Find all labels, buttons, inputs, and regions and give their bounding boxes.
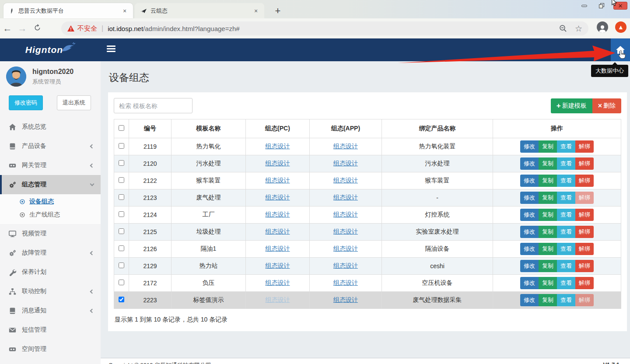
url-text[interactable]: iot.idosp.net/admin/index.html?language=… <box>108 25 555 32</box>
row-checkbox[interactable] <box>119 177 124 183</box>
address-bar[interactable]: 不安全 | iot.idosp.net/admin/index.html?lan… <box>61 21 588 35</box>
copy-button[interactable]: 复制 <box>539 226 557 238</box>
app-config-link[interactable]: 组态设计 <box>333 245 358 252</box>
copy-button[interactable]: 复制 <box>539 277 557 289</box>
unbind-button[interactable]: 解绑 <box>575 140 594 153</box>
refresh-button[interactable] <box>30 23 45 34</box>
zoom-out-icon[interactable] <box>559 24 567 32</box>
view-button[interactable]: 查看 <box>557 294 575 306</box>
tab2-close-icon[interactable]: × <box>252 7 260 15</box>
row-checkbox[interactable] <box>119 194 124 200</box>
tab1-close-icon[interactable]: × <box>121 7 129 15</box>
search-input[interactable] <box>114 98 192 113</box>
unbind-button[interactable]: 解绑 <box>575 243 594 255</box>
view-button[interactable]: 查看 <box>557 158 575 170</box>
app-config-link[interactable]: 组态设计 <box>333 194 358 201</box>
browser-tab-active[interactable]: 思普云大数据平台 × <box>4 3 133 18</box>
copy-button[interactable]: 复制 <box>539 243 557 255</box>
unbind-button[interactable]: 解绑 <box>575 260 594 272</box>
new-tab-button[interactable]: + <box>272 5 284 17</box>
pc-config-link[interactable]: 组态设计 <box>266 194 290 201</box>
edit-button[interactable]: 修改 <box>520 277 539 289</box>
view-button[interactable]: 查看 <box>557 175 575 187</box>
app-config-link[interactable]: 组态设计 <box>333 296 358 303</box>
view-button[interactable]: 查看 <box>557 192 575 204</box>
not-secure-label[interactable]: 不安全 <box>77 24 97 33</box>
sidebar-item-maintenance[interactable]: 保养计划 <box>0 262 101 282</box>
pc-config-link[interactable]: 组态设计 <box>266 143 290 150</box>
view-button[interactable]: 查看 <box>557 243 575 255</box>
pc-config-link[interactable]: 组态设计 <box>266 228 290 235</box>
sidebar-item-product-device[interactable]: 产品设备 <box>0 136 101 156</box>
sidebar-item-device-config[interactable]: 设备组态 <box>0 195 101 208</box>
forward-button[interactable]: → <box>15 23 30 34</box>
change-password-button[interactable]: 修改密码 <box>9 95 43 110</box>
browser-update-icon[interactable]: ▲ <box>615 21 626 33</box>
row-checkbox[interactable] <box>119 211 124 217</box>
sidebar-item-space[interactable]: 空间管理 <box>0 340 101 359</box>
unbind-button[interactable]: 解绑 <box>575 158 594 170</box>
edit-button[interactable]: 修改 <box>520 140 539 153</box>
edit-button[interactable]: 修改 <box>520 158 539 170</box>
copy-button[interactable]: 复制 <box>539 294 557 306</box>
edit-button[interactable]: 修改 <box>520 175 539 187</box>
sidebar-item-gateway[interactable]: 网关管理 <box>0 156 101 175</box>
new-template-button[interactable]: +新建模板 <box>551 98 592 113</box>
view-button[interactable]: 查看 <box>557 226 575 238</box>
app-config-link[interactable]: 组态设计 <box>333 143 358 150</box>
pc-config-link[interactable]: 组态设计 <box>266 279 290 286</box>
pc-config-link[interactable]: 组态设计 <box>266 245 290 252</box>
browser-profile-icon[interactable] <box>597 21 608 33</box>
edit-button[interactable]: 修改 <box>520 209 539 221</box>
copy-button[interactable]: 复制 <box>539 158 557 170</box>
minimize-button[interactable] <box>578 2 590 10</box>
sidebar-item-notification[interactable]: 消息通知 <box>0 301 101 320</box>
unbind-button[interactable]: 解绑 <box>575 277 594 289</box>
bookmark-star-icon[interactable]: ☆ <box>575 24 582 34</box>
row-checkbox[interactable] <box>119 262 124 268</box>
app-config-link[interactable]: 组态设计 <box>333 177 358 184</box>
view-button[interactable]: 查看 <box>557 209 575 221</box>
pc-config-link[interactable]: 组态设计 <box>266 160 290 167</box>
browser-tab-inactive[interactable]: 云组态 × <box>135 3 264 18</box>
sidebar-item-fault[interactable]: 故障管理 <box>0 243 101 262</box>
unbind-button[interactable]: 解绑 <box>575 209 594 221</box>
row-checkbox[interactable] <box>119 160 124 166</box>
view-button[interactable]: 查看 <box>557 277 575 289</box>
sidebar-item-video[interactable]: 视频管理 <box>0 224 101 243</box>
select-all-checkbox[interactable] <box>119 125 124 131</box>
hamburger-menu-icon[interactable] <box>107 46 116 53</box>
restore-button[interactable] <box>596 2 607 10</box>
sidebar-item-sms[interactable]: 短信管理 <box>0 320 101 340</box>
copy-button[interactable]: 复制 <box>539 192 557 204</box>
logout-button[interactable]: 退出系统 <box>57 95 91 110</box>
app-config-link[interactable]: 组态设计 <box>333 262 358 269</box>
copy-button[interactable]: 复制 <box>539 209 557 221</box>
row-checkbox[interactable] <box>119 228 124 234</box>
user-avatar[interactable] <box>6 66 26 87</box>
app-config-link[interactable]: 组态设计 <box>333 211 358 218</box>
sidebar-item-linkage[interactable]: 联动控制 <box>0 282 101 301</box>
sidebar-item-configuration[interactable]: 组态管理 <box>0 175 101 194</box>
pc-config-link[interactable]: 组态设计 <box>266 211 290 218</box>
edit-button[interactable]: 修改 <box>520 226 539 238</box>
pc-config-link-visited[interactable]: 组态设计 <box>266 296 290 303</box>
sidebar-item-system-overview[interactable]: 系统总览 <box>0 117 101 136</box>
app-config-link[interactable]: 组态设计 <box>333 160 358 167</box>
edit-button[interactable]: 修改 <box>520 294 539 306</box>
unbind-button-disabled[interactable]: 解绑 <box>575 192 594 204</box>
unbind-button-disabled[interactable]: 解绑 <box>575 294 594 306</box>
unbind-button[interactable]: 解绑 <box>575 175 594 187</box>
view-button[interactable]: 查看 <box>557 140 575 153</box>
app-config-link[interactable]: 组态设计 <box>333 228 358 235</box>
edit-button[interactable]: 修改 <box>520 192 539 204</box>
back-button[interactable]: ← <box>0 23 15 34</box>
row-checkbox[interactable] <box>119 245 124 251</box>
copy-button[interactable]: 复制 <box>539 175 557 187</box>
pc-config-link[interactable]: 组态设计 <box>266 262 290 269</box>
pc-config-link[interactable]: 组态设计 <box>266 177 290 184</box>
edit-button[interactable]: 修改 <box>520 260 539 272</box>
sidebar-item-line-config[interactable]: 生产线组态 <box>0 208 101 221</box>
edit-button[interactable]: 修改 <box>520 243 539 255</box>
delete-button[interactable]: ×删除 <box>592 98 621 113</box>
